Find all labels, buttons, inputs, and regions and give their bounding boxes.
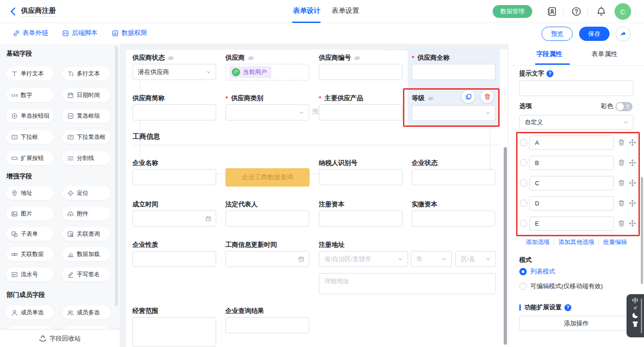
option-radio[interactable] bbox=[520, 199, 527, 207]
level-select[interactable] bbox=[412, 105, 495, 121]
canvas-scrollbar[interactable] bbox=[504, 147, 507, 345]
company-nature-input[interactable] bbox=[132, 251, 216, 267]
option-value-input[interactable] bbox=[529, 156, 614, 170]
back-icon[interactable] bbox=[8, 6, 18, 17]
option-radio[interactable] bbox=[520, 159, 527, 166]
sidebar-scrollbar[interactable] bbox=[115, 46, 118, 306]
query-result-input[interactable] bbox=[225, 317, 309, 333]
tab-form-design[interactable]: 表单设计 bbox=[293, 6, 321, 15]
field-type-multi-select[interactable]: 下拉复选框 bbox=[62, 130, 110, 144]
supplier-short-input[interactable] bbox=[132, 104, 216, 120]
panel-scrollbar[interactable] bbox=[641, 177, 643, 284]
field-type-single-line-text[interactable]: 单行文本 bbox=[6, 67, 54, 80]
help-circle-icon[interactable]: ? bbox=[564, 304, 571, 311]
business-data-query-button[interactable]: 企业工商数据查询 bbox=[225, 168, 310, 187]
tax-id-input[interactable] bbox=[319, 169, 402, 185]
field-type-signature[interactable]: 手写签名 bbox=[62, 267, 110, 281]
eye-off-icon[interactable] bbox=[427, 95, 434, 102]
option-move-icon[interactable] bbox=[629, 159, 636, 166]
field-type-radio-group[interactable]: 单选按钮组 bbox=[6, 109, 54, 123]
supplier-category-select[interactable] bbox=[225, 104, 309, 120]
backend-script-link[interactable]: 后端脚本 bbox=[62, 29, 98, 37]
option-value-input[interactable] bbox=[529, 136, 614, 150]
option-delete-icon[interactable] bbox=[618, 139, 625, 146]
city-select[interactable]: 市 bbox=[411, 251, 452, 267]
placeholder-text-input[interactable] bbox=[519, 80, 633, 96]
save-button[interactable]: 保存 bbox=[579, 27, 610, 41]
field-type-location[interactable]: 定位 bbox=[62, 186, 110, 200]
option-radio[interactable] bbox=[520, 139, 527, 146]
option-delete-icon[interactable] bbox=[618, 159, 625, 166]
copy-field-button[interactable] bbox=[462, 90, 475, 103]
form-external-link[interactable]: 表单外链 bbox=[13, 29, 48, 37]
tab-form-settings[interactable]: 表单设置 bbox=[332, 6, 359, 15]
option-delete-icon[interactable] bbox=[618, 199, 625, 207]
page-title[interactable]: 供应商注册 bbox=[21, 6, 56, 17]
tab-field-properties[interactable]: 字段属性 bbox=[536, 50, 562, 58]
delete-field-button[interactable] bbox=[481, 90, 494, 103]
province-select[interactable]: 省/自治区/直辖市 bbox=[319, 251, 408, 267]
field-type-data-load[interactable]: 数据加载 bbox=[62, 247, 110, 261]
mode-radio-list[interactable]: 列表模式 bbox=[519, 267, 555, 276]
district-select[interactable]: 区/县 bbox=[455, 251, 496, 267]
field-type-member-multi[interactable]: 成员多选 bbox=[62, 306, 110, 319]
address-book-icon[interactable] bbox=[547, 6, 557, 17]
tab-form-properties[interactable]: 表单属性 bbox=[592, 50, 617, 58]
notification-bell-icon[interactable] bbox=[596, 6, 606, 17]
batch-edit-link[interactable]: 批量编辑 bbox=[603, 238, 627, 246]
update-time-input[interactable] bbox=[225, 251, 309, 267]
option-move-icon[interactable] bbox=[629, 199, 636, 207]
field-type-extend-button[interactable]: 扩展按钮 bbox=[6, 151, 54, 165]
help-icon[interactable] bbox=[571, 6, 581, 17]
field-type-divider[interactable]: 分割线 bbox=[62, 151, 110, 165]
theme-shirt-icon[interactable] bbox=[632, 320, 639, 328]
field-type-attachment[interactable]: 附件 bbox=[62, 207, 110, 221]
field-recycle-bin[interactable]: 字段回收站 bbox=[0, 330, 120, 347]
legal-person-input[interactable] bbox=[225, 210, 309, 227]
field-type-select[interactable]: 下拉框 bbox=[6, 130, 54, 144]
option-delete-icon[interactable] bbox=[618, 179, 625, 187]
establish-date-input[interactable] bbox=[132, 210, 216, 227]
language-icon[interactable]: 中 bbox=[632, 297, 638, 304]
supplier-no-input[interactable] bbox=[319, 64, 402, 80]
dark-mode-moon-icon[interactable] bbox=[632, 311, 639, 319]
company-status-input[interactable] bbox=[412, 169, 495, 185]
color-toggle[interactable]: 关 bbox=[615, 102, 632, 111]
option-value-input[interactable] bbox=[529, 196, 614, 210]
data-manage-button[interactable]: 数据管理 bbox=[493, 5, 532, 18]
option-source-select[interactable]: 自定义 bbox=[519, 115, 633, 130]
preview-button[interactable]: 预览 bbox=[541, 27, 573, 41]
supplier-full-input[interactable] bbox=[412, 64, 495, 80]
add-option-link[interactable]: 添加选项 bbox=[526, 238, 550, 246]
field-type-image[interactable]: 图片 bbox=[6, 207, 54, 221]
business-scope-textarea[interactable] bbox=[132, 317, 216, 347]
mode-radio-editable[interactable]: 可编辑模式(仅移动端有效) bbox=[519, 282, 603, 290]
supplier-user-field[interactable]: 户 当前用户 bbox=[225, 64, 309, 80]
floating-settings-widget[interactable]: 中 bbox=[627, 294, 644, 337]
option-move-icon[interactable] bbox=[629, 220, 636, 227]
field-type-serial-number[interactable]: 流水号 bbox=[6, 267, 54, 281]
reg-capital-input[interactable] bbox=[319, 210, 402, 227]
add-other-option-link[interactable]: 添加其他选项 bbox=[558, 238, 594, 246]
option-radio[interactable] bbox=[520, 179, 527, 187]
help-circle-icon[interactable]: ? bbox=[546, 70, 553, 77]
eye-off-icon[interactable] bbox=[167, 55, 174, 62]
field-type-related-data[interactable]: 关联数据 bbox=[6, 247, 54, 261]
main-products-input[interactable] bbox=[319, 104, 402, 120]
field-type-subform[interactable]: 子表单 bbox=[6, 227, 54, 241]
field-type-related-query[interactable]: 关联查询 bbox=[62, 227, 110, 241]
field-type-address[interactable]: 地址 bbox=[6, 186, 54, 200]
field-type-multi-line-text[interactable]: 多行文本 bbox=[62, 67, 110, 80]
field-type-number[interactable]: 123 数字 bbox=[6, 88, 54, 102]
field-type-checkbox-group[interactable]: 复选框组 bbox=[62, 109, 110, 123]
company-name-input[interactable] bbox=[132, 169, 216, 185]
option-value-input[interactable] bbox=[529, 176, 614, 190]
data-permission-link[interactable]: 数据权限 bbox=[112, 29, 147, 37]
option-value-input[interactable] bbox=[529, 216, 614, 231]
share-button[interactable] bbox=[616, 27, 630, 41]
eye-off-icon[interactable] bbox=[247, 55, 254, 62]
form-design-surface[interactable]: 拽到 供应商状态 潜在供应商 供应商 户 当前用户 供应商编号 供应商全称 bbox=[126, 50, 508, 347]
paid-capital-input[interactable] bbox=[412, 210, 495, 227]
option-move-icon[interactable] bbox=[629, 139, 636, 146]
avatar[interactable]: C bbox=[615, 3, 631, 20]
